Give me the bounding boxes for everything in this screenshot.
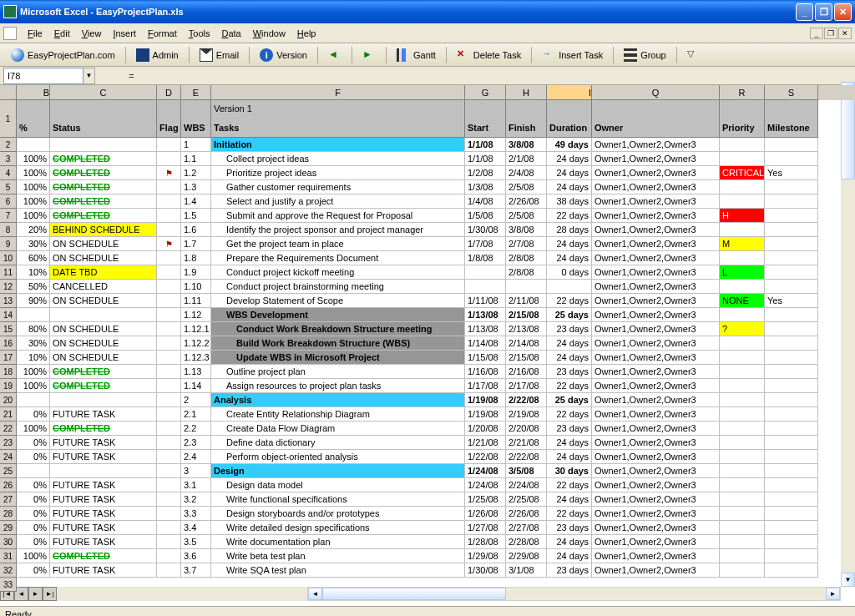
cell-percent[interactable]: 0% (17, 478, 50, 492)
cell-start[interactable]: 1/13/08 (465, 308, 506, 322)
cell-finish[interactable]: 2/8/08 (506, 251, 547, 265)
cell-wbs[interactable]: 1.7 (181, 237, 211, 251)
cell-flag[interactable] (157, 308, 181, 322)
cell-duration[interactable]: 23 days (547, 521, 592, 535)
cell-flag[interactable] (157, 521, 181, 535)
cell-status[interactable]: COMPLETED (50, 209, 157, 223)
cell-duration[interactable]: 38 days (547, 194, 592, 209)
cell-wbs[interactable]: 1.11 (181, 294, 211, 308)
cell-owner[interactable]: Owner1,Owner2,Owner3 (592, 507, 720, 521)
cell-priority[interactable] (720, 436, 765, 450)
cell-milestone[interactable] (765, 138, 818, 152)
cell-milestone[interactable] (765, 535, 818, 549)
table-row[interactable]: 30%ON SCHEDULE⚑1.7Get the project team i… (17, 237, 855, 251)
cell-finish[interactable]: 2/29/08 (506, 549, 547, 563)
field-header-status[interactable]: Status (50, 100, 157, 138)
cell-flag[interactable] (157, 492, 181, 507)
cell-status[interactable]: COMPLETED (50, 379, 157, 393)
cell-status[interactable]: DATE TBD (50, 265, 157, 280)
row-header-20[interactable]: 20 (0, 393, 17, 407)
email-button[interactable]: Email (194, 46, 245, 64)
cell-milestone[interactable] (765, 450, 818, 464)
cell-percent[interactable]: 90% (17, 294, 50, 308)
table-row[interactable]: 0%FUTURE TASK2.4Perform object-oriented … (17, 450, 855, 464)
cell-flag[interactable] (157, 280, 181, 294)
cell-wbs[interactable]: 1.8 (181, 251, 211, 265)
cell-start[interactable]: 1/19/08 (465, 393, 506, 407)
cell-duration[interactable]: 24 days (547, 535, 592, 549)
cell-status[interactable]: ON SCHEDULE (50, 294, 157, 308)
table-row[interactable]: 10%ON SCHEDULE1.12.3Update WBS in Micros… (17, 351, 855, 365)
cell-status[interactable]: FUTURE TASK (50, 407, 157, 422)
cell-status[interactable]: FUTURE TASK (50, 478, 157, 492)
cell-priority[interactable]: L (720, 265, 765, 280)
table-row[interactable]: 1.12WBS Development1/13/082/15/0825 days… (17, 308, 855, 322)
cell-percent[interactable]: 100% (17, 180, 50, 194)
cell-finish[interactable]: 2/26/08 (506, 194, 547, 209)
cell-priority[interactable] (720, 365, 765, 379)
cell-priority[interactable] (720, 351, 765, 365)
cell-owner[interactable]: Owner1,Owner2,Owner3 (592, 478, 720, 492)
cell-task[interactable]: Prepare the Requirements Document (211, 251, 465, 265)
name-box-dropdown[interactable]: ▼ (83, 68, 95, 84)
cell-priority[interactable] (720, 379, 765, 393)
cell-milestone[interactable] (765, 393, 818, 407)
cell-flag[interactable]: ⚑ (157, 166, 181, 180)
cell-milestone[interactable] (765, 563, 818, 578)
cell-owner[interactable]: Owner1,Owner2,Owner3 (592, 180, 720, 194)
cell-milestone[interactable] (765, 209, 818, 223)
cell-milestone[interactable] (765, 407, 818, 422)
row-header-16[interactable]: 16 (0, 336, 17, 351)
cell-status[interactable]: FUTURE TASK (50, 507, 157, 521)
cell-wbs[interactable]: 1.12.2 (181, 336, 211, 351)
cell-percent[interactable]: 30% (17, 336, 50, 351)
cell-percent[interactable]: 0% (17, 507, 50, 521)
row-header-25[interactable]: 25 (0, 464, 17, 478)
cell-start[interactable]: 1/8/08 (465, 251, 506, 265)
cell-owner[interactable]: Owner1,Owner2,Owner3 (592, 535, 720, 549)
table-row[interactable]: 60%ON SCHEDULE1.8Prepare the Requirement… (17, 251, 855, 265)
cell-start[interactable]: 1/30/08 (465, 563, 506, 578)
cell-priority[interactable] (720, 549, 765, 563)
cell-wbs[interactable]: 2 (181, 393, 211, 407)
menu-format[interactable]: Format (142, 27, 183, 40)
cell-task[interactable]: Conduct Work Breakdown Structure meeting (211, 322, 465, 336)
cell-status[interactable]: COMPLETED (50, 422, 157, 436)
row-header-30[interactable]: 30 (0, 535, 17, 549)
cell-duration[interactable]: 23 days (547, 563, 592, 578)
cell-milestone[interactable] (765, 422, 818, 436)
field-header-start[interactable]: Start (465, 100, 506, 138)
cell-wbs[interactable]: 1.9 (181, 265, 211, 280)
cell-wbs[interactable]: 1.1 (181, 152, 211, 166)
cell-status[interactable]: FUTURE TASK (50, 492, 157, 507)
minimize-button[interactable]: _ (796, 3, 813, 21)
cell-duration[interactable]: 24 days (547, 237, 592, 251)
cell-wbs[interactable]: 2.3 (181, 436, 211, 450)
select-all-corner[interactable] (0, 85, 17, 100)
cell-flag[interactable] (157, 379, 181, 393)
row-header-14[interactable]: 14 (0, 308, 17, 322)
cell-task[interactable]: Develop Statement of Scope (211, 294, 465, 308)
cell-start[interactable]: 1/5/08 (465, 209, 506, 223)
table-row[interactable]: 100%COMPLETED1.4Select and justify a pro… (17, 194, 855, 209)
cell-wbs[interactable]: 3.3 (181, 507, 211, 521)
col-header-C[interactable]: C (50, 85, 157, 100)
version-button[interactable]: iVersion (254, 46, 313, 64)
cell-flag[interactable] (157, 138, 181, 152)
cell-priority[interactable] (720, 521, 765, 535)
cell-owner[interactable]: Owner1,Owner2,Owner3 (592, 138, 720, 152)
cell-finish[interactable]: 2/5/08 (506, 209, 547, 223)
cell-finish[interactable]: 2/15/08 (506, 351, 547, 365)
cell-milestone[interactable] (765, 521, 818, 535)
cell-priority[interactable]: H (720, 209, 765, 223)
cell-owner[interactable]: Owner1,Owner2,Owner3 (592, 407, 720, 422)
table-row[interactable]: 0%FUTURE TASK3.3Design storyboards and/o… (17, 507, 855, 521)
table-row[interactable]: 0%FUTURE TASK3.2Write functional specifi… (17, 492, 855, 507)
cell-owner[interactable]: Owner1,Owner2,Owner3 (592, 521, 720, 535)
table-row[interactable]: 20%BEHIND SCHEDULE1.6Identify the projec… (17, 223, 855, 237)
cell-percent[interactable]: 0% (17, 535, 50, 549)
cell-task[interactable]: Initiation (211, 138, 465, 152)
cell-wbs[interactable]: 1.2 (181, 166, 211, 180)
cell-owner[interactable]: Owner1,Owner2,Owner3 (592, 549, 720, 563)
menu-help[interactable]: Help (291, 27, 322, 40)
